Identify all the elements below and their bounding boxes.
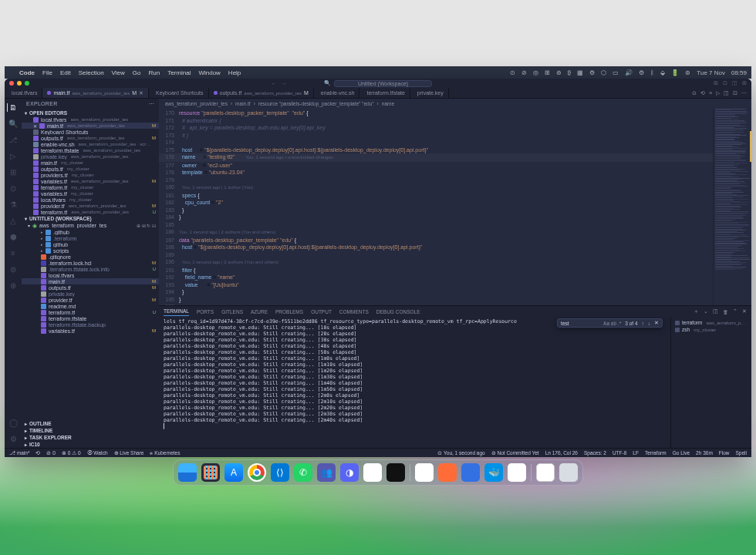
menubar-glyph[interactable]: 🔊 — [625, 69, 633, 76]
tree-item[interactable]: outputs.tf M — [22, 284, 159, 291]
menu-terminal[interactable]: Terminal — [167, 69, 191, 76]
dock-discord-icon[interactable]: ◑ — [340, 463, 359, 482]
menu-run[interactable]: Run — [148, 69, 160, 76]
terminal[interactable]: lels tf_req_id=1d97d474-38cf-c7cd-e39e-f… — [159, 317, 670, 448]
status-item[interactable]: ⊗ 0 ⚠ 0 — [62, 450, 81, 456]
status-item[interactable]: 2h 36m — [696, 450, 713, 456]
tree-item[interactable]: .gitignore — [22, 254, 159, 260]
menubar-glyph[interactable]: ⊙ — [510, 69, 515, 76]
code-editor[interactable]: 170resource "parallels-desktop_packer_te… — [159, 108, 713, 305]
dock-teams-icon[interactable]: 👥 — [317, 463, 336, 482]
menubar-glyph[interactable]: ⊞ — [545, 69, 550, 76]
editor-tab[interactable]: private.key — [410, 88, 449, 98]
tree-item[interactable]: variables.tf M — [22, 328, 159, 334]
status-item[interactable]: ⊘ Not Committed Yet — [491, 450, 539, 456]
tab-action-icon[interactable]: ≡ — [709, 90, 712, 96]
menubar-glyph[interactable]: ⊚ — [556, 69, 562, 76]
close-icon[interactable]: ✕ — [33, 123, 37, 129]
menu-view[interactable]: View — [112, 69, 125, 76]
dock-g1-icon[interactable] — [415, 463, 434, 482]
tree-item[interactable]: terraform.tfstate — [22, 315, 159, 321]
dock-appstore-icon[interactable]: A — [224, 463, 243, 482]
status-item[interactable]: Spell — [736, 450, 747, 456]
wifi-icon[interactable]: ⬙ — [660, 69, 665, 76]
menu-go[interactable]: Go — [133, 69, 141, 76]
tab-action-icon[interactable]: ▷ — [716, 90, 720, 96]
section-task-explorer[interactable]: ▸TASK EXPLORER — [22, 434, 159, 441]
find-next-icon[interactable]: ↓ — [648, 321, 650, 326]
breadcrumb-item[interactable]: main.tf — [235, 101, 251, 106]
menubar-glyph[interactable]: ◎ — [533, 69, 538, 76]
open-editor-item[interactable]: Keyboard Shortcuts — [22, 129, 159, 135]
dock-finder-icon[interactable] — [178, 463, 197, 482]
menubar-glyph[interactable]: ⚙ — [589, 69, 595, 76]
minimap[interactable] — [713, 108, 751, 305]
dock-dark1-icon[interactable] — [386, 463, 405, 482]
new-terminal-icon[interactable]: ＋ — [694, 308, 699, 315]
close-tab-icon[interactable]: ✕ — [139, 90, 143, 96]
gitlens-icon[interactable]: ⊚ — [10, 265, 16, 274]
open-editor-item[interactable]: terraform.tf aws_terraform_provider_tes … — [22, 209, 159, 215]
tree-item[interactable]: .terraform.tfstate.lock.info U — [22, 266, 159, 272]
panel-tab-ports[interactable]: PORTS — [197, 308, 214, 316]
panel-tab-output[interactable]: OUTPUT — [311, 308, 332, 316]
dock-whatsapp-icon[interactable]: ✆ — [294, 463, 312, 482]
section-timeline[interactable]: ▸TIMELINE — [22, 427, 159, 434]
workspace-root[interactable]: ▾ ◉ aws_terraform_provider_tes ⊕ ⊞ ↻ ⊟ — [22, 222, 159, 229]
tree-item[interactable]: ▸ .github — [22, 229, 159, 235]
find-options[interactable]: Aa ab .* — [603, 321, 621, 326]
section-ic10[interactable]: ▸IC10 — [22, 441, 159, 448]
menubar-glyph[interactable]: ⚙ — [639, 69, 644, 76]
tree-item[interactable]: readme.md — [22, 303, 159, 309]
find-close-icon[interactable]: ✕ — [654, 320, 659, 326]
close-panel-icon[interactable]: ✕ — [742, 308, 747, 314]
tab-action-icon[interactable]: ⟲ — [700, 90, 705, 96]
open-editor-item[interactable]: variables.tf aws_terraform_provider_tes … — [22, 178, 159, 184]
source-control-icon[interactable]: ⎇ — [8, 136, 18, 144]
tab-action-icon[interactable]: ⊡ — [733, 90, 737, 96]
tree-item[interactable]: private.key — [22, 291, 159, 297]
bluetooth-icon[interactable]: ᛒ — [650, 69, 654, 76]
explorer-icon[interactable]: 🗎 — [7, 103, 17, 112]
dock-launchpad-icon[interactable] — [201, 463, 220, 482]
open-editors-header[interactable]: ▾OPEN EDITORS — [22, 109, 159, 116]
control-center-icon[interactable]: ⊜ — [685, 69, 690, 76]
dock-chrome-icon[interactable] — [248, 463, 266, 482]
open-editor-item[interactable]: providers.tf my_cluster — [22, 172, 159, 178]
menubar-glyph[interactable]: ▦ — [577, 69, 583, 76]
titlebar-action-icon[interactable]: ⊞ — [714, 80, 718, 86]
tree-item[interactable]: .terraform.lock.hcl M — [22, 260, 159, 266]
menubar-glyph[interactable]: ⬡ — [601, 69, 606, 76]
tab-action-icon[interactable]: ⊙ — [692, 90, 697, 96]
explorer-more-icon[interactable]: ⋯ — [149, 101, 154, 107]
status-item[interactable]: ⊙ You, 1 second ago — [437, 450, 484, 456]
remote-icon[interactable]: ⊙ — [10, 184, 16, 193]
extensions-icon[interactable]: ⊞ — [10, 168, 16, 177]
tree-item[interactable]: terraform.tfstate.backup — [22, 321, 159, 328]
status-item[interactable]: ⎈ Kubernetes — [150, 450, 180, 456]
status-item[interactable]: Terraform — [645, 450, 667, 456]
command-center[interactable]: Untitled (Workspace) — [334, 80, 432, 87]
docker-icon[interactable]: ⬢ — [10, 233, 17, 241]
editor-tab[interactable]: terraform.tfstate — [359, 88, 410, 98]
menubar-time[interactable]: 08:59 — [731, 69, 747, 76]
editor-tab[interactable]: outputs.tf aws_terraform_provider_tes M — [209, 88, 314, 98]
terminal-dropdown-icon[interactable]: ⌄ — [704, 308, 708, 314]
dock-vscode-icon[interactable]: ⟨⟩ — [271, 463, 289, 482]
menu-file[interactable]: File — [42, 69, 52, 76]
tree-item[interactable]: local.tfvars — [22, 272, 159, 278]
find-input[interactable] — [561, 321, 599, 326]
account-icon[interactable]: ◯ — [9, 419, 18, 427]
panel-tab-problems[interactable]: PROBLEMS — [275, 308, 303, 316]
titlebar-action-icon[interactable]: ◫ — [732, 80, 737, 86]
open-editor-item[interactable]: private.key aws_terraform_provider_tes — [22, 153, 159, 160]
azure-icon[interactable]: △ — [10, 217, 16, 225]
menu-selection[interactable]: Selection — [79, 69, 104, 76]
tree-item[interactable]: main.tf M — [22, 278, 159, 284]
tree-item[interactable]: ▸ scripts — [22, 247, 159, 254]
maximize-panel-icon[interactable]: ⌃ — [733, 308, 737, 314]
open-editor-item[interactable]: main.tf my_cluster — [22, 160, 159, 166]
status-item[interactable]: LF — [633, 450, 639, 456]
settings-gear-icon[interactable]: ⚙ — [10, 435, 17, 443]
run-debug-icon[interactable]: ▷ — [10, 152, 16, 160]
